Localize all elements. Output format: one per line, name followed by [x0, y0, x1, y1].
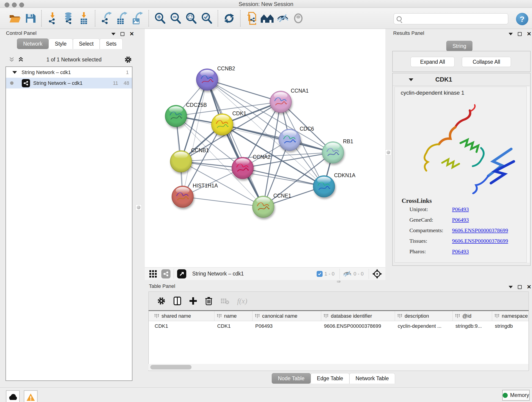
collection-expand-icon[interactable] — [12, 71, 17, 74]
update-network-button[interactable] — [221, 9, 237, 27]
table-horizontal-scrollbar[interactable] — [148, 364, 528, 370]
table-cell[interactable]: 9606.ENSP00000378699 — [321, 321, 395, 331]
network-collection-row[interactable]: String Network – cdk1 1 — [6, 67, 132, 78]
crosslink-link[interactable]: 9606.ENSP00000378699 — [452, 227, 508, 234]
panel-maximize-icon[interactable] — [518, 32, 522, 36]
zoom-out-button[interactable] — [168, 9, 183, 27]
column-header-@id[interactable]: @id — [453, 311, 492, 321]
results-tab-string[interactable]: String — [446, 41, 472, 51]
export-table-button[interactable] — [114, 9, 130, 27]
crosslink-link[interactable]: P06493 — [452, 206, 469, 212]
left-splitter-handle[interactable] — [136, 204, 142, 211]
table-cell[interactable]: P06493 — [253, 321, 321, 331]
column-header-shared-name[interactable]: shared name — [152, 311, 215, 321]
tab-sets[interactable]: Sets — [100, 38, 123, 49]
panel-float-icon[interactable] — [509, 33, 513, 35]
import-table-file-button[interactable] — [76, 9, 92, 27]
hide-graphics-details-button[interactable] — [275, 9, 291, 27]
table-cell[interactable]: stringdb — [492, 321, 529, 331]
network-row[interactable]: String Network – cdk1 11 48 — [6, 78, 132, 89]
open-external-icon[interactable] — [177, 269, 186, 279]
open-session-button[interactable] — [7, 9, 22, 27]
network-canvas[interactable]: CCNB2CCNA1CDC25BCDK1CDC6RB1CCNB1CCNA2CDK… — [145, 29, 385, 267]
help-button[interactable] — [516, 13, 528, 25]
ndex-document-button[interactable] — [244, 9, 259, 27]
tab-edge-table[interactable]: Edge Table — [311, 373, 349, 384]
table-cell[interactable]: cyclin-dependent ... — [395, 321, 453, 331]
table-cell[interactable]: stringdb:9... — [453, 321, 492, 331]
protein-card-header[interactable]: CDK1 — [393, 74, 530, 86]
show-columns-icon[interactable] — [173, 297, 181, 305]
horizontal-splitter[interactable] — [136, 280, 532, 283]
node-table[interactable]: shared namenamecanonical namedatabase id… — [148, 310, 529, 371]
network-node-CCNA2[interactable] — [232, 157, 253, 179]
network-node-CDKN1A[interactable] — [313, 176, 335, 197]
panel-close-icon[interactable] — [527, 31, 531, 37]
selected-checkbox-icon[interactable] — [317, 271, 323, 277]
panel-close-icon[interactable] — [527, 284, 531, 290]
delete-trash-icon[interactable] — [205, 297, 212, 305]
panel-float-icon[interactable] — [509, 286, 513, 288]
scrollbar-thumb[interactable] — [150, 365, 191, 370]
network-node-CCNB1[interactable] — [170, 151, 192, 172]
panel-maximize-icon[interactable] — [518, 285, 522, 289]
network-node-HIST1H1A[interactable] — [172, 186, 193, 207]
network-node-CCNA1[interactable] — [270, 91, 291, 113]
left-splitter[interactable] — [136, 29, 142, 280]
crosslink-link[interactable]: 9606.ENSP00000378699 — [452, 238, 508, 244]
tab-network[interactable]: Network — [17, 38, 49, 49]
export-image-button[interactable] — [130, 9, 145, 27]
expand-all-button[interactable]: Expand All — [411, 57, 455, 67]
import-network-file-button[interactable] — [45, 9, 60, 27]
collapse-all-chevron-icon[interactable] — [9, 57, 15, 63]
import-network-database-button[interactable] — [60, 9, 76, 27]
network-options-gear-icon[interactable] — [124, 56, 132, 64]
column-header-description[interactable]: description — [395, 311, 453, 321]
network-node-CDC25B[interactable] — [165, 105, 187, 127]
collapse-all-button[interactable]: Collapse All — [462, 57, 511, 67]
crosslink-link[interactable]: P06493 — [452, 217, 469, 223]
pan-crosshair-icon[interactable] — [372, 269, 382, 279]
network-node-CDK1[interactable] — [211, 114, 233, 135]
zoom-selected-button[interactable] — [199, 9, 215, 27]
crosslink-link[interactable]: P06493 — [452, 249, 469, 255]
zoom-fit-button[interactable] — [183, 9, 199, 27]
add-icon[interactable] — [189, 297, 197, 305]
tab-node-table[interactable]: Node Table — [272, 373, 311, 384]
save-session-button[interactable] — [22, 9, 38, 27]
column-header-database-identifier[interactable]: database identifier — [321, 311, 395, 321]
right-splitter[interactable] — [385, 29, 391, 280]
column-header-namespace[interactable]: namespace — [492, 311, 529, 321]
table-row[interactable]: CDK1CDK1P064939606.ENSP00000378699cyclin… — [149, 321, 529, 331]
string-badge-icon[interactable] — [161, 269, 171, 279]
table-cell[interactable]: CDK1 — [215, 321, 253, 331]
hidden-eye-slash-icon[interactable] — [343, 270, 352, 277]
warnings-button[interactable] — [24, 390, 38, 402]
results-scrollbar[interactable] — [526, 87, 530, 263]
tab-network-table[interactable]: Network Table — [349, 373, 395, 384]
houses-button[interactable] — [259, 9, 275, 27]
show-graphics-details-button[interactable] — [291, 9, 306, 27]
export-network-button[interactable] — [99, 9, 114, 27]
network-node-CCNE1[interactable] — [253, 196, 274, 217]
network-node-RB1[interactable] — [322, 142, 344, 163]
network-node-CDC6[interactable] — [279, 129, 300, 151]
birds-eye-grid-icon[interactable] — [149, 270, 157, 278]
tab-select[interactable]: Select — [73, 38, 100, 49]
panel-maximize-icon[interactable] — [120, 32, 124, 36]
network-node-CCNB2[interactable] — [196, 69, 218, 90]
panel-close-icon[interactable] — [129, 31, 134, 37]
cloud-button[interactable] — [6, 390, 20, 402]
column-header-name[interactable]: name — [215, 311, 253, 321]
collapse-section-icon[interactable] — [409, 78, 413, 81]
right-splitter-handle[interactable] — [385, 149, 391, 155]
table-cell[interactable]: CDK1 — [152, 321, 215, 331]
memory-button[interactable]: Memory — [502, 390, 530, 401]
column-header-canonical-name[interactable]: canonical name — [253, 311, 321, 321]
table-options-gear-icon[interactable] — [157, 297, 166, 305]
panel-float-icon[interactable] — [111, 33, 115, 35]
zoom-in-button[interactable] — [152, 9, 168, 27]
expand-all-chevron-icon[interactable] — [18, 57, 24, 63]
search-input[interactable] — [394, 13, 508, 24]
tab-style[interactable]: Style — [49, 38, 73, 49]
